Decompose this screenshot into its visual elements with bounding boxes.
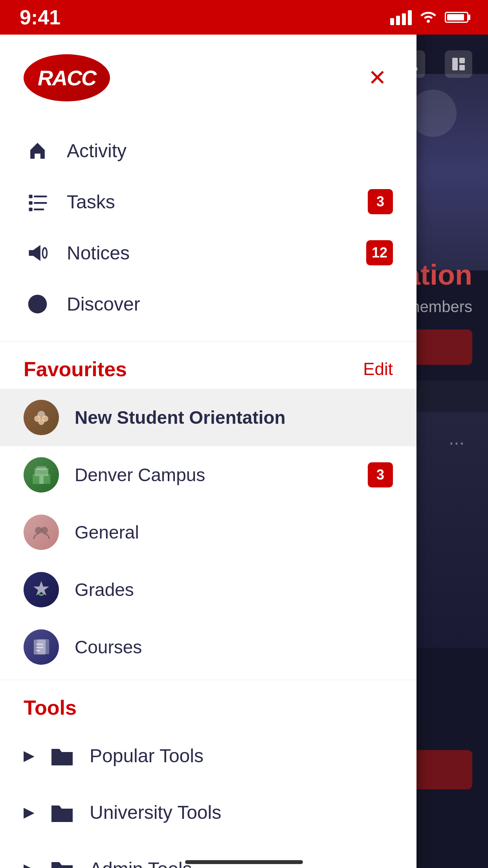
favourites-edit-button[interactable]: Edit (363, 359, 393, 379)
divider-2 (0, 680, 416, 680)
svg-rect-20 (39, 476, 44, 484)
activity-label: Activity (67, 140, 393, 162)
popular-tools-label: Popular Tools (90, 745, 204, 767)
fav-label-grades: Grades (75, 579, 393, 600)
svg-rect-24 (37, 639, 49, 654)
tools-header: Tools (0, 684, 416, 727)
chevron-right-icon-2: ▶ (24, 804, 35, 820)
svg-rect-4 (29, 195, 32, 198)
logo-container: RACC (24, 54, 110, 101)
fav-avatar-denver (24, 457, 59, 493)
svg-rect-19 (37, 466, 46, 470)
status-time: 9:41 (20, 6, 61, 29)
favourites-title: Favourites (24, 357, 127, 381)
fav-avatar-orientation (24, 400, 59, 435)
logo-oval: RACC (24, 54, 110, 101)
background-dots-menu: ··· (449, 432, 464, 453)
fav-item-general[interactable]: General (0, 504, 416, 561)
home-icon (24, 137, 51, 164)
signal-icon (390, 9, 412, 25)
nav-item-notices[interactable]: Notices 12 (0, 227, 416, 278)
admin-tools-label: Admin Tools (90, 858, 192, 868)
notices-label: Notices (67, 242, 366, 264)
svg-point-10 (42, 248, 47, 258)
fav-label-general: General (75, 522, 393, 543)
svg-rect-3 (459, 65, 465, 70)
svg-point-16 (38, 419, 44, 425)
wifi-icon (420, 9, 437, 26)
svg-rect-1 (452, 58, 458, 70)
chevron-right-icon: ▶ (24, 747, 35, 764)
tools-section: Tools ▶ Popular Tools ▶ (0, 684, 416, 868)
megaphone-icon (24, 239, 51, 267)
drawer-header: RACC ✕ (0, 35, 416, 117)
svg-point-22 (41, 527, 48, 534)
layout-icon (445, 50, 472, 78)
university-tools-label: University Tools (90, 802, 221, 823)
tasks-badge: 3 (368, 189, 393, 214)
battery-icon (445, 12, 468, 23)
close-icon: ✕ (368, 67, 387, 89)
tools-item-popular[interactable]: ▶ Popular Tools (0, 727, 416, 784)
fav-avatar-general (24, 515, 59, 550)
tasks-label: Tasks (67, 191, 368, 213)
logo-text: RACC (38, 66, 96, 90)
status-bar: 9:41 (0, 0, 488, 35)
discover-label: Discover (67, 293, 393, 315)
status-icons (390, 9, 468, 26)
fav-label-orientation: New Student Orientation (75, 407, 393, 428)
fav-label-denver: Denver Campus (75, 464, 368, 485)
scroll-indicator (185, 860, 303, 864)
fav-avatar-courses (24, 629, 59, 665)
navigation-drawer: RACC ✕ Activity (0, 35, 416, 868)
chevron-right-icon-3: ▶ (24, 861, 35, 868)
fav-badge-denver: 3 (368, 462, 393, 487)
divider-1 (0, 341, 416, 342)
nav-item-discover[interactable]: Discover (0, 278, 416, 329)
folder-admin-icon (46, 853, 78, 868)
fav-item-orientation[interactable]: New Student Orientation (0, 389, 416, 446)
tools-title: Tools (24, 696, 77, 719)
fav-label-courses: Courses (75, 636, 393, 658)
fav-item-grades[interactable]: Grades (0, 561, 416, 618)
compass-icon (24, 290, 51, 318)
favourites-section: Favourites Edit New Student Orientation (0, 346, 416, 676)
main-container: ntation · 231 members ⚙ ⚙ Settings Event… (0, 35, 488, 868)
nav-section: Activity Tasks 3 (0, 117, 416, 337)
close-button[interactable]: ✕ (361, 62, 393, 94)
fav-item-courses[interactable]: Courses (0, 618, 416, 676)
fav-avatar-grades (24, 572, 59, 607)
fav-item-denver[interactable]: Denver Campus 3 (0, 446, 416, 504)
folder-university-icon (46, 796, 78, 828)
nav-item-activity[interactable]: Activity (0, 125, 416, 176)
favourites-header: Favourites Edit (0, 346, 416, 389)
svg-rect-8 (29, 208, 32, 211)
svg-rect-2 (459, 58, 465, 63)
notices-badge: 12 (366, 240, 393, 265)
tools-item-university[interactable]: ▶ University Tools (0, 784, 416, 840)
folder-popular-icon (46, 740, 78, 771)
nav-item-tasks[interactable]: Tasks 3 (0, 176, 416, 227)
svg-rect-6 (29, 201, 32, 204)
tasks-icon (24, 188, 51, 215)
